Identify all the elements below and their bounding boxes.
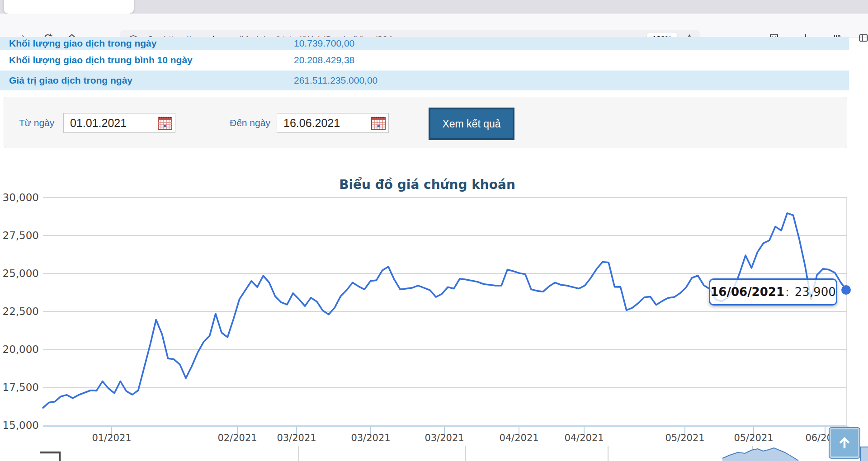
x-axis-label: 03/2021 [277, 433, 316, 443]
stats-value: 10.739.700,00 [294, 38, 354, 49]
to-date-value: 16.06.2021 [277, 117, 371, 130]
tooltip-separator: : [785, 285, 789, 299]
browser-toolbar: https://www.hsx.vn/Modules/Listed/Web/Sy… [0, 14, 868, 38]
view-results-button[interactable]: Xem kết quả [429, 108, 514, 140]
sidebar-icon[interactable] [857, 32, 868, 44]
stats-value: 261.511.235.000,00 [294, 75, 377, 86]
tooltip-date: 16/06/2021 [710, 285, 784, 299]
browser-tab[interactable] [4, 0, 134, 14]
from-date-input[interactable]: 01.01.2021 [63, 113, 175, 133]
arrow-up-icon [836, 435, 853, 451]
from-date-value: 01.01.2021 [64, 117, 158, 130]
stats-value: 20.208.429,38 [294, 55, 354, 66]
stats-row: Khối lượng giao dịch trong ngày10.739.70… [0, 37, 849, 50]
stats-label: Khối lượng giao dịch trung bình 10 ngày [9, 55, 193, 66]
tooltip-value: 23,900 [795, 285, 836, 299]
x-axis-label: 02/2021 [217, 433, 257, 443]
y-axis-label: 20,000 [3, 343, 39, 355]
chart-tooltip: 16/06/2021:23,900 [709, 278, 837, 306]
to-date-input[interactable]: 16.06.2021 [277, 113, 389, 133]
x-axis-label: 04/2021 [499, 433, 538, 443]
cropped-table-corner [40, 452, 61, 453]
stats-row: Khối lượng giao dịch trung bình 10 ngày2… [0, 50, 849, 71]
stats-row: Giá trị giao dịch trong ngày261.511.235.… [0, 71, 849, 90]
y-axis-label: 25,000 [3, 268, 39, 279]
navigator-area [722, 448, 798, 461]
y-axis-label: 27,500 [3, 230, 39, 241]
navigator-fragment [860, 447, 868, 461]
stats-label: Khối lượng giao dịch trong ngày [9, 38, 156, 49]
y-axis-label: 30,000 [3, 192, 39, 203]
y-axis-label: 22,500 [3, 306, 39, 317]
scroll-to-top-button[interactable] [829, 427, 860, 459]
cropped-table-corner [59, 452, 61, 461]
to-date-label: Đến ngày [230, 118, 270, 128]
stats-label: Giá trị giao dịch trong ngày [9, 75, 132, 86]
calendar-icon[interactable] [158, 116, 172, 130]
x-axis-label: 05/2021 [734, 433, 773, 443]
chart-title: Biểu đồ giá chứng khoán [0, 177, 854, 192]
x-axis-label: 05/2021 [665, 433, 704, 443]
x-axis-label: 01/2021 [92, 433, 131, 443]
calendar-icon[interactable] [371, 116, 386, 130]
y-axis-label: 15,000 [3, 419, 39, 431]
x-axis-label: 04/2021 [564, 433, 604, 443]
x-axis-label: 03/2021 [425, 433, 464, 443]
page: https://www.hsx.vn/Modules/Listed/Web/Sy… [0, 0, 868, 461]
price-line [43, 213, 847, 408]
last-point-marker [841, 285, 851, 295]
from-date-label: Từ ngày [19, 118, 54, 128]
y-axis-label: 17,500 [3, 381, 39, 393]
x-axis-label: 03/2021 [351, 433, 390, 443]
tab-strip [0, 0, 868, 14]
